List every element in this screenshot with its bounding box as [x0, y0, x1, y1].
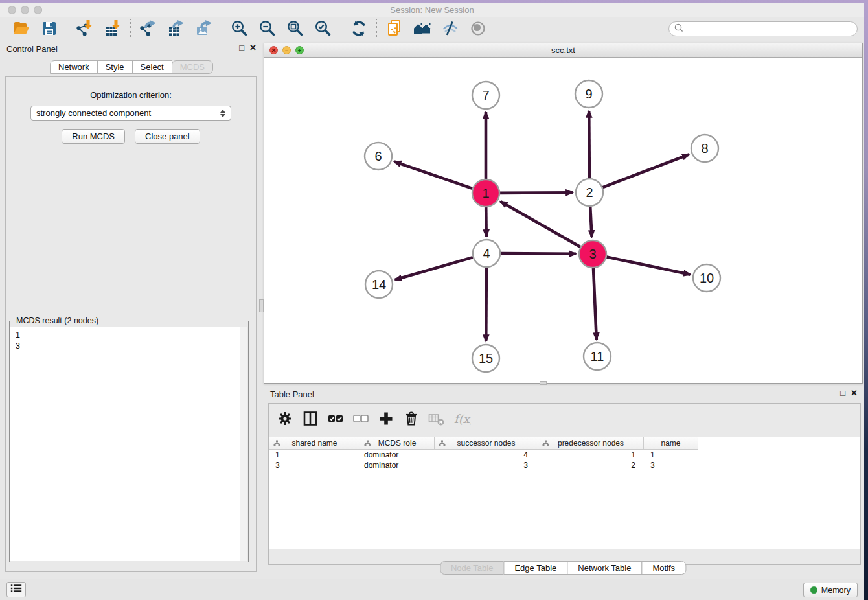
close-table-panel-icon[interactable]: ✕ [851, 387, 858, 399]
graph-node-8[interactable]: 8 [691, 135, 718, 162]
node-table: shared nameMCDS rolesuccessor nodesprede… [269, 437, 860, 549]
import-table-icon[interactable] [104, 19, 122, 38]
horizontal-splitter-handle[interactable] [540, 381, 547, 385]
graph-node-1[interactable]: 1 [472, 179, 499, 207]
maximize-window-button[interactable] [34, 6, 42, 14]
zoom-out-icon[interactable] [258, 19, 277, 38]
delete-column-icon[interactable] [402, 410, 420, 428]
column-header-name[interactable]: name [644, 437, 698, 449]
edge-4-15[interactable] [486, 268, 486, 341]
edge-2-9[interactable] [589, 111, 589, 178]
close-panel-icon[interactable]: ✕ [249, 42, 257, 54]
tab-edge-table[interactable]: Edge Table [503, 561, 567, 575]
network-close-button[interactable]: ✕ [269, 46, 278, 54]
graph-node-4[interactable]: 4 [473, 240, 500, 267]
hide-panels-icon[interactable] [441, 19, 459, 38]
deselect-all-rows-icon[interactable] [352, 410, 370, 428]
column-header-MCDS-role[interactable]: MCDS role [360, 437, 435, 449]
application-window: Session: New Session Control Panel □ ✕ N… [0, 3, 864, 600]
toolbar-group [341, 19, 376, 38]
graph-node-15[interactable]: 15 [472, 345, 499, 372]
network-maximize-button[interactable]: + [295, 46, 304, 54]
graph-node-6[interactable]: 6 [365, 143, 392, 170]
table-row[interactable]: 3dominator323 [269, 460, 860, 470]
close-window-button[interactable] [8, 6, 16, 14]
refresh-icon[interactable] [350, 19, 368, 38]
node-label: 15 [479, 351, 493, 365]
float-panel-icon[interactable]: □ [239, 42, 244, 54]
graph-node-7[interactable]: 7 [472, 82, 499, 109]
table-cell: 1 [644, 450, 698, 459]
result-scrollbar[interactable] [240, 327, 247, 561]
select-all-rows-icon[interactable] [326, 410, 345, 428]
column-header-successor-nodes[interactable]: successor nodes [435, 437, 538, 449]
column-label: MCDS role [378, 439, 417, 448]
shared-column-icon [542, 440, 549, 449]
export-image-icon[interactable] [195, 19, 213, 38]
edge-1-4[interactable] [486, 207, 486, 237]
search-box[interactable] [668, 21, 858, 36]
edge-1-2[interactable] [500, 192, 573, 193]
table-body: 1dominator4113dominator323 [269, 450, 860, 470]
edge-2-3[interactable] [590, 207, 591, 237]
graph-node-11[interactable]: 11 [584, 343, 611, 370]
edge-3-10[interactable] [607, 257, 691, 275]
column-header-predecessor-nodes[interactable]: predecessor nodes [538, 437, 644, 449]
tab-select[interactable]: Select [132, 60, 172, 74]
criterion-value: strongly connected component [36, 108, 220, 118]
table-cell: 2 [538, 461, 644, 470]
home-icon[interactable] [413, 19, 431, 38]
column-header-shared-name[interactable]: shared name [269, 437, 360, 449]
table-row[interactable]: 1dominator411 [269, 450, 860, 460]
network-canvas[interactable]: 7968124314101511 [264, 58, 862, 383]
tab-mcds[interactable]: MCDS [172, 60, 213, 74]
node-label: 14 [372, 277, 386, 292]
vertical-splitter-handle[interactable] [259, 299, 264, 312]
tab-network-table[interactable]: Network Table [567, 561, 642, 575]
import-network-icon[interactable] [76, 19, 94, 38]
add-column-icon[interactable] [377, 410, 395, 428]
minimize-window-button[interactable] [21, 6, 29, 14]
graph-node-2[interactable]: 2 [576, 179, 603, 206]
export-network-icon[interactable] [139, 19, 157, 38]
control-panel-header: Control Panel □ ✕ [0, 40, 262, 57]
save-session-icon[interactable] [40, 19, 58, 38]
column-settings-icon[interactable] [276, 410, 294, 428]
graph-node-14[interactable]: 14 [365, 271, 393, 298]
zoom-in-icon[interactable] [231, 19, 249, 38]
close-panel-button[interactable]: Close panel [135, 129, 200, 144]
network-minimize-button[interactable]: − [282, 46, 291, 54]
show-graphics-icon[interactable] [469, 19, 487, 38]
new-network-from-file-icon[interactable] [385, 19, 404, 38]
zoom-fit-icon[interactable] [286, 19, 304, 38]
edge-1-6[interactable] [394, 161, 473, 189]
open-session-icon[interactable] [12, 19, 30, 38]
task-history-button[interactable] [6, 582, 26, 597]
graph-node-10[interactable]: 10 [693, 264, 720, 292]
node-label: 8 [701, 141, 708, 156]
network-window-title: scc.txt [264, 43, 862, 58]
edge-4-14[interactable] [395, 257, 473, 280]
graph-node-9[interactable]: 9 [575, 80, 602, 108]
edge-3-11[interactable] [593, 268, 597, 340]
export-table-icon[interactable] [167, 19, 185, 38]
toggle-panes-icon[interactable] [301, 410, 319, 428]
zoom-selected-icon[interactable] [314, 19, 332, 38]
edge-3-1[interactable] [501, 202, 580, 247]
graph-node-3[interactable]: 3 [579, 240, 606, 268]
tab-motifs[interactable]: Motifs [641, 561, 686, 575]
shared-column-icon [364, 440, 371, 449]
memory-button[interactable]: Memory [803, 583, 858, 597]
run-mcds-button[interactable]: Run MCDS [62, 129, 125, 144]
tab-node-table[interactable]: Node Table [440, 561, 505, 575]
tab-style[interactable]: Style [97, 60, 133, 74]
node-label: 2 [586, 185, 593, 200]
criterion-dropdown[interactable]: strongly connected component [30, 106, 231, 121]
edge-4-3[interactable] [501, 253, 576, 254]
search-input[interactable] [684, 23, 857, 35]
float-table-panel-icon[interactable]: □ [840, 387, 845, 399]
mcds-result-area: 13 [10, 327, 247, 561]
tab-network[interactable]: Network [50, 60, 98, 74]
table-panel-tabs: Node TableEdge TableNetwork TableMotifs [440, 561, 686, 575]
edge-2-8[interactable] [603, 154, 689, 187]
